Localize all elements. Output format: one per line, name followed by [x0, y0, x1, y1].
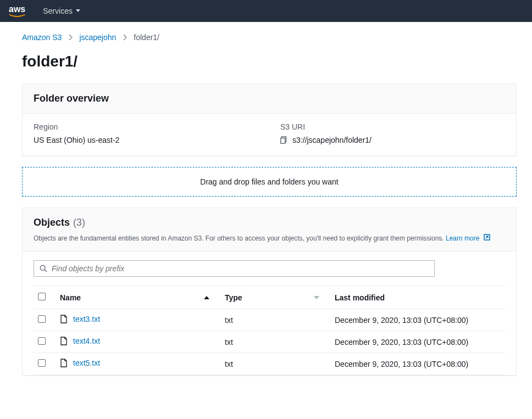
region-label: Region	[34, 122, 258, 131]
objects-title: Objects	[34, 217, 70, 228]
row-checkbox[interactable]	[38, 315, 46, 323]
file-icon	[60, 337, 68, 345]
table-row: text3.txttxtDecember 9, 2020, 13:03 (UTC…	[34, 309, 505, 331]
services-dropdown[interactable]: Services	[43, 7, 80, 15]
topbar: aws Services	[0, 0, 532, 22]
column-header-type[interactable]: Type	[220, 286, 330, 309]
external-link-icon	[484, 234, 490, 241]
objects-header: Objects (3) Objects are the fundamental …	[23, 208, 516, 252]
column-header-select	[34, 286, 56, 309]
breadcrumb-link-bucket[interactable]: jscapejohn	[79, 33, 116, 42]
objects-description-text: Objects are the fundamental entities sto…	[34, 234, 446, 242]
column-name-label: Name	[60, 293, 81, 302]
sort-icon	[314, 295, 319, 300]
folder-overview-body: Region US East (Ohio) us-east-2 S3 URI s…	[23, 114, 516, 155]
objects-count: (3)	[73, 217, 85, 228]
dropzone-text: Drag and drop files and folders you want	[200, 177, 338, 186]
file-last-modified: December 9, 2020, 13:03 (UTC+08:00)	[330, 353, 505, 375]
table-header-row: Name Type Last modified	[34, 286, 505, 309]
column-header-last-modified[interactable]: Last modified	[330, 286, 505, 309]
file-name: text3.txt	[73, 315, 100, 323]
search-input[interactable]	[52, 264, 429, 273]
aws-logo-text: aws	[9, 5, 25, 14]
file-link[interactable]: text3.txt	[60, 315, 100, 323]
content-area: Amazon S3 jscapejohn folder1/ folder1/ F…	[0, 22, 532, 402]
row-checkbox[interactable]	[38, 359, 46, 367]
learn-more-text: Learn more	[446, 234, 479, 242]
chevron-right-icon	[68, 34, 73, 41]
sort-asc-icon	[204, 295, 209, 300]
column-lastmod-label: Last modified	[335, 293, 385, 302]
services-label: Services	[43, 7, 73, 15]
s3uri-value-row: s3://jscapejohn/folder1/	[280, 136, 505, 144]
row-checkbox[interactable]	[38, 337, 46, 345]
search-icon	[40, 265, 47, 272]
objects-description: Objects are the fundamental entities sto…	[34, 234, 505, 242]
folder-overview-header: Folder overview	[23, 84, 516, 114]
column-type-label: Type	[225, 293, 242, 302]
region-value: US East (Ohio) us-east-2	[34, 136, 258, 144]
breadcrumb: Amazon S3 jscapejohn folder1/	[22, 33, 517, 42]
file-name: text5.txt	[73, 359, 100, 367]
aws-logo[interactable]: aws	[9, 5, 25, 18]
objects-panel: Objects (3) Objects are the fundamental …	[22, 208, 517, 376]
table-row: text4.txttxtDecember 9, 2020, 13:03 (UTC…	[34, 331, 505, 353]
search-input-wrap[interactable]	[34, 260, 435, 277]
copy-icon[interactable]	[280, 136, 288, 144]
folder-overview-panel: Folder overview Region US East (Ohio) us…	[22, 83, 517, 156]
column-header-name[interactable]: Name	[56, 286, 220, 309]
file-icon	[60, 359, 68, 367]
breadcrumb-link-s3[interactable]: Amazon S3	[22, 33, 62, 42]
chevron-right-icon	[123, 34, 127, 41]
region-field: Region US East (Ohio) us-east-2	[34, 122, 258, 144]
dropzone[interactable]: Drag and drop files and folders you want	[22, 167, 517, 197]
file-link[interactable]: text4.txt	[60, 337, 100, 345]
file-last-modified: December 9, 2020, 13:03 (UTC+08:00)	[330, 331, 505, 353]
aws-swoosh-icon	[9, 14, 25, 18]
svg-point-3	[40, 265, 45, 270]
s3uri-field: S3 URI s3://jscapejohn/folder1/	[280, 122, 505, 144]
folder-overview-title: Folder overview	[34, 93, 505, 104]
table-row: text5.txttxtDecember 9, 2020, 13:03 (UTC…	[34, 353, 505, 375]
file-name: text4.txt	[73, 337, 100, 345]
objects-table: Name Type Last modified	[34, 286, 505, 375]
s3uri-label: S3 URI	[280, 122, 505, 131]
file-link[interactable]: text5.txt	[60, 359, 100, 367]
file-icon	[60, 315, 68, 323]
svg-line-4	[45, 270, 47, 272]
objects-body: Name Type Last modified	[23, 252, 516, 375]
page-title: folder1/	[22, 53, 517, 70]
file-last-modified: December 9, 2020, 13:03 (UTC+08:00)	[330, 309, 505, 331]
select-all-checkbox[interactable]	[38, 293, 46, 300]
breadcrumb-current: folder1/	[134, 33, 159, 42]
svg-rect-1	[281, 138, 285, 144]
chevron-down-icon	[76, 9, 80, 13]
s3uri-value: s3://jscapejohn/folder1/	[292, 136, 372, 144]
file-type: txt	[220, 309, 330, 331]
learn-more-link[interactable]: Learn more	[446, 234, 490, 242]
file-type: txt	[220, 353, 330, 375]
file-type: txt	[220, 331, 330, 353]
